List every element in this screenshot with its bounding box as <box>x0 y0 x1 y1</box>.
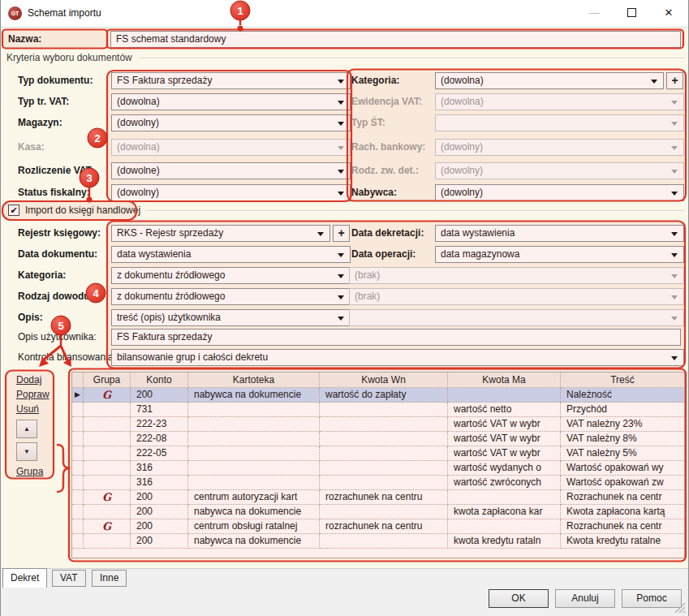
status-fiskalny-select[interactable]: (dowolny) <box>111 184 351 201</box>
opis-empty-select <box>349 309 684 326</box>
tab-dekret[interactable]: Dekret <box>2 568 47 588</box>
move-down-button[interactable]: ▼ <box>16 442 37 461</box>
close-icon: ✕ <box>665 6 674 19</box>
annotation-rect-criteria-left <box>107 71 351 201</box>
typ-dokumentu-label: Typ dokumentu: <box>18 72 93 89</box>
name-input[interactable]: FS schemat standardowy <box>110 31 681 48</box>
cell-kwota-ma <box>448 388 561 403</box>
kategoria-select[interactable]: (dowolna) <box>435 72 664 89</box>
cell-tresc: VAT należny 8% <box>561 432 684 446</box>
cell-marker: ▶ <box>72 388 84 403</box>
ok-button[interactable]: OK <box>489 589 549 608</box>
add-rejestr-button[interactable]: + <box>333 225 350 242</box>
edit-link[interactable]: Popraw <box>16 389 50 401</box>
group-link[interactable]: Grupa <box>16 466 43 478</box>
chevron-down-icon <box>338 253 344 257</box>
chevron-down-icon <box>338 170 344 174</box>
cell-grupa: G <box>84 388 131 403</box>
cell-kwota-wn: rozrachunek na centru <box>320 519 448 534</box>
criteria-group-line <box>140 58 684 59</box>
cell-konto: 200 <box>131 519 188 534</box>
maximize-button[interactable] <box>613 0 650 26</box>
import-ksiega-checkbox[interactable]: ✔ <box>8 205 19 216</box>
cell-kwota-ma: wartość netto <box>448 403 561 417</box>
typ-dokumentu-select[interactable]: FS Faktura sprzedaży <box>111 72 351 89</box>
delete-link[interactable]: Usuń <box>16 403 39 416</box>
opis-select[interactable]: treść (opis) użytkownika <box>111 309 351 326</box>
magazyn-select[interactable]: (dowolny) <box>111 114 351 131</box>
table-row[interactable]: 316wartość zwróconychWartość opakowań zw <box>72 476 684 490</box>
cell-grupa <box>84 417 131 432</box>
ewidencja-vat-label: Ewidencja VAT: <box>351 93 422 110</box>
table-row[interactable]: 222-05wartość VAT w wybrVAT należny 5% <box>72 446 684 461</box>
table-row[interactable]: G200centrum obsługi ratalnejrozrachunek … <box>72 519 684 534</box>
move-up-button[interactable]: ▲ <box>16 420 37 438</box>
cell-tresc: Kwota kredytu ratalne <box>561 534 684 549</box>
header-konto: Konto <box>131 373 188 388</box>
table-row[interactable]: 222-08wartość VAT w wybrVAT należny 8% <box>72 432 684 446</box>
cell-konto: 200 <box>131 505 188 519</box>
data-operacji-select[interactable]: data magazynowa <box>435 246 684 263</box>
table-row[interactable]: 731wartość nettoPrzychód <box>72 403 684 417</box>
rozliczenie-vat-label: Rozliczenie VAT: <box>18 162 94 179</box>
cell-grupa <box>84 534 131 549</box>
cell-marker <box>72 519 84 534</box>
chevron-down-icon <box>338 101 344 105</box>
resize-grip[interactable] <box>673 601 686 614</box>
table-row[interactable]: 316wartość wydanych oWartość opakowań wy <box>72 461 684 476</box>
cell-tresc: VAT należny 23% <box>561 417 684 432</box>
rodzaj-dowodu-label: Rodzaj dowodu: <box>18 288 93 305</box>
cell-konto: 222-05 <box>131 446 188 461</box>
badge-2-number: 2 <box>94 132 100 144</box>
cell-marker <box>72 505 84 519</box>
tab-inne[interactable]: Inne <box>92 570 127 587</box>
cell-grupa <box>84 505 131 519</box>
rejestr-ksiegowy-select[interactable]: RKS - Rejestr sprzedaży <box>111 225 330 242</box>
kasa-label: Kasa: <box>18 139 45 156</box>
table-row[interactable]: 222-23wartość VAT w wybrVAT należny 23% <box>72 417 684 432</box>
chevron-down-icon <box>671 253 678 257</box>
maximize-icon <box>627 8 636 17</box>
bottom-strip: Dekret VAT Inne OK Anuluj Pomoc <box>1 568 688 616</box>
header-grupa: Grupa <box>84 373 131 388</box>
kategoria-brak-select: (brak) <box>349 267 684 284</box>
cell-kwota-wn <box>320 403 448 417</box>
typ-st-label: Typ ŚT: <box>351 114 385 131</box>
chevron-down-icon <box>651 80 657 84</box>
cell-kartoteka: nabywca na dokumencie <box>188 505 320 519</box>
check-icon: ✔ <box>10 205 17 215</box>
nabywca-select[interactable]: (dowolny) <box>435 184 684 201</box>
cell-marker <box>72 417 84 432</box>
table-row[interactable]: 200nabywca na dokumenciekwota kredytu ra… <box>72 534 684 549</box>
opis-uzytkownika-input[interactable]: FS Faktura sprzedaży <box>111 329 681 346</box>
close-button[interactable]: ✕ <box>650 0 687 26</box>
add-kategoria-button[interactable]: + <box>666 72 683 89</box>
kontrola-bilansowania-label: Kontrola bilansowania: <box>18 349 116 366</box>
typ-tr-vat-select[interactable]: (dowolna) <box>111 93 351 110</box>
checkbox-group-line <box>147 210 684 212</box>
cell-kwota-wn <box>320 505 448 519</box>
cancel-button[interactable]: Anuluj <box>555 589 615 608</box>
title-bar: GT Schemat importu — ✕ <box>1 0 688 28</box>
kontrola-bilansowania-select[interactable]: bilansowanie grup i całości dekretu <box>111 349 684 366</box>
chevron-down-icon <box>338 192 344 196</box>
table-row[interactable]: 200nabywca na dokumenciekwota zapłacona … <box>72 505 684 519</box>
rodzaj-dowodu-select[interactable]: z dokumentu źródłowego <box>111 288 351 305</box>
table-row[interactable]: G200centrum autoryzacji kartrozrachunek … <box>72 490 684 505</box>
import-ksiega-label: Import do księgi handlowej <box>25 203 140 218</box>
cell-kartoteka <box>188 403 320 417</box>
cell-kwota-ma: wartość VAT w wybr <box>448 432 561 446</box>
rozliczenie-vat-select[interactable]: (dowolne) <box>111 162 351 179</box>
move-down-icon: ▼ <box>24 448 30 455</box>
table-row[interactable]: ▶G200nabywca na dokumenciewartość do zap… <box>72 388 684 403</box>
data-dekretacji-select[interactable]: data wystawienia <box>435 225 684 242</box>
data-dokumentu-select[interactable]: data wystawienia <box>111 246 351 263</box>
kategoria-ksiega-select[interactable]: z dokumentu źródłowego <box>111 267 351 284</box>
add-link[interactable]: Dodaj <box>16 374 41 386</box>
minimize-button[interactable]: — <box>575 0 613 26</box>
decree-table[interactable]: Grupa Konto Kartoteka Kwota Wn Kwota Ma … <box>71 372 685 558</box>
cell-kartoteka: centrum autoryzacji kart <box>188 490 320 505</box>
chevron-down-icon <box>317 232 324 236</box>
tab-vat[interactable]: VAT <box>52 570 86 587</box>
cell-grupa <box>84 476 131 490</box>
